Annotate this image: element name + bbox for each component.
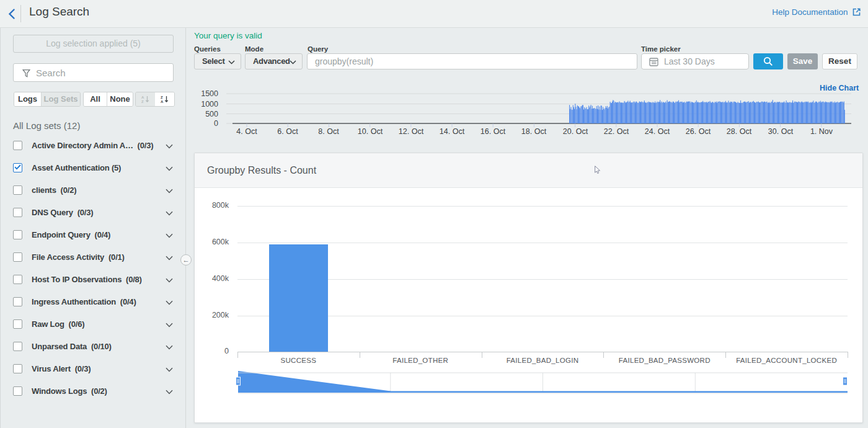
svg-text:A: A bbox=[141, 96, 144, 99]
svg-text:1000: 1000 bbox=[201, 100, 218, 109]
svg-text:1500: 1500 bbox=[201, 89, 218, 98]
svg-text:500: 500 bbox=[205, 110, 218, 118]
svg-text:Z: Z bbox=[161, 96, 163, 99]
svg-text:Z: Z bbox=[141, 100, 144, 104]
svg-text:0: 0 bbox=[214, 119, 218, 128]
svg-text:A: A bbox=[161, 100, 164, 104]
